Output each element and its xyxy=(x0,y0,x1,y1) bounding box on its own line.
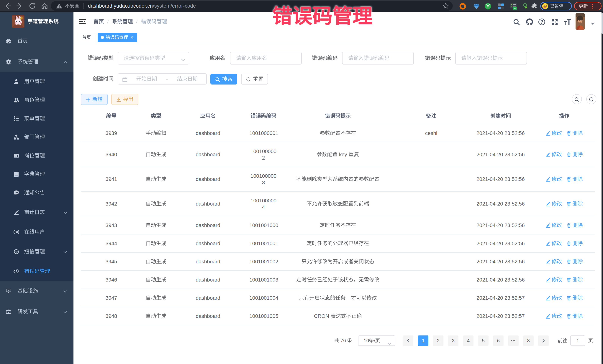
edit-link[interactable] xyxy=(546,222,562,229)
filter-input-error-code[interactable] xyxy=(342,52,414,65)
extension-list-icon[interactable]: on xyxy=(510,3,517,10)
delete-link[interactable] xyxy=(567,258,583,265)
extension-key-icon[interactable] xyxy=(521,3,529,10)
header-search-button[interactable] xyxy=(513,18,520,26)
sidebar-item-audit[interactable] xyxy=(0,202,73,223)
prev-page-button[interactable] xyxy=(403,335,413,346)
page-size-select[interactable]: 10/ xyxy=(358,335,395,346)
sidebar-item-tools[interactable] xyxy=(0,301,73,322)
sidebar-toggle-hamburger[interactable] xyxy=(79,18,86,25)
goto-page-input[interactable]: 1 xyxy=(570,335,585,346)
extension-gem-icon[interactable] xyxy=(473,3,480,10)
security-warning-icon[interactable] xyxy=(56,3,62,9)
home-button[interactable] xyxy=(40,1,49,10)
filter-select-error-code-type[interactable] xyxy=(118,52,189,65)
edit-link[interactable] xyxy=(546,276,562,283)
extension-ring-icon[interactable] xyxy=(459,3,466,10)
help-button[interactable] xyxy=(538,18,545,26)
bookmark-star-icon[interactable] xyxy=(442,3,449,9)
address-bar[interactable]: dashboard.yudao.iocoder.cn/system/error-… xyxy=(51,1,453,11)
edit-link[interactable] xyxy=(546,176,562,182)
paused-extension-badge[interactable] xyxy=(540,2,572,10)
tag-close-icon[interactable] xyxy=(130,35,134,39)
security-label[interactable] xyxy=(65,3,79,9)
cell-msg xyxy=(281,124,394,142)
sidebar-item-role[interactable] xyxy=(0,91,73,109)
extension-puzzle-icon[interactable] xyxy=(531,3,538,10)
sidebar-item-label xyxy=(17,59,38,65)
avatar[interactable] xyxy=(576,13,585,30)
tag-active[interactable] xyxy=(98,33,137,42)
sidebar-item-online[interactable] xyxy=(0,223,73,241)
page-button-5[interactable]: 5 xyxy=(478,335,488,346)
cell-id: 3945 xyxy=(81,253,142,271)
tag-item[interactable] xyxy=(79,33,94,42)
edit-link[interactable] xyxy=(546,313,562,319)
browser-scrollbar[interactable] xyxy=(602,12,603,364)
add-button[interactable] xyxy=(81,94,108,105)
font-size-button[interactable] xyxy=(564,18,571,26)
date-start-placeholder[interactable] xyxy=(128,76,165,82)
next-page-button[interactable] xyxy=(538,335,549,346)
export-button[interactable] xyxy=(111,94,139,105)
breadcrumb-item[interactable] xyxy=(112,19,133,25)
toggle-search-button[interactable] xyxy=(572,94,582,104)
page-button-6[interactable]: 6 xyxy=(493,335,504,346)
scrollbar-thumb[interactable] xyxy=(602,13,603,34)
forward-button[interactable] xyxy=(15,1,24,10)
avatar-caret-icon[interactable] xyxy=(590,20,595,26)
edit-link[interactable] xyxy=(546,258,562,265)
filter-date-range[interactable]: - xyxy=(118,73,207,85)
edit-link[interactable] xyxy=(546,240,562,247)
delete-link[interactable] xyxy=(567,295,583,301)
edit-link[interactable] xyxy=(546,130,562,136)
refresh-table-button[interactable] xyxy=(586,94,596,104)
sidebar-item-dict[interactable] xyxy=(0,165,73,184)
delete-link[interactable] xyxy=(567,240,583,247)
date-end-placeholder[interactable] xyxy=(169,76,206,82)
delete-link[interactable] xyxy=(567,276,583,283)
delete-link[interactable] xyxy=(567,200,583,207)
page-button-8[interactable]: 8 xyxy=(523,335,533,346)
browser-menu-dots-icon[interactable] xyxy=(591,3,594,9)
github-link[interactable] xyxy=(526,18,533,26)
sidebar-item-errcode[interactable] xyxy=(0,262,73,281)
extension-squares-icon[interactable] xyxy=(497,3,505,10)
sidebar-item-home[interactable] xyxy=(0,31,73,52)
search-button-label xyxy=(222,76,232,82)
edit-link[interactable] xyxy=(546,151,562,158)
page-button-1[interactable]: 1 xyxy=(418,335,429,346)
sidebar-item-menu[interactable] xyxy=(0,109,73,128)
back-button[interactable] xyxy=(3,1,12,10)
reload-button[interactable] xyxy=(28,1,37,10)
delete-link[interactable] xyxy=(567,151,583,158)
reset-button[interactable] xyxy=(241,74,268,85)
sidebar-item-dept[interactable] xyxy=(0,128,73,146)
filter-input-error-hint[interactable] xyxy=(455,52,527,65)
sidebar-item-sms[interactable] xyxy=(0,241,73,262)
sidebar-logo[interactable] xyxy=(0,12,73,31)
page-button-3[interactable]: 3 xyxy=(448,335,458,346)
sidebar-item-system[interactable] xyxy=(0,52,73,72)
page-button-4[interactable]: 4 xyxy=(463,335,474,346)
search-button[interactable] xyxy=(210,74,237,85)
delete-link[interactable] xyxy=(567,176,583,182)
page-ellipsis[interactable]: ••• xyxy=(508,335,519,346)
filter-input-app-name[interactable] xyxy=(230,52,302,65)
delete-link[interactable] xyxy=(567,222,583,229)
sidebar-item-user[interactable] xyxy=(0,72,73,91)
delete-link[interactable] xyxy=(567,313,583,319)
sidebar-item-notice[interactable] xyxy=(0,184,73,202)
extension-green-icon[interactable] xyxy=(484,3,492,10)
fullscreen-button[interactable] xyxy=(551,18,558,26)
sidebar-item-label xyxy=(24,171,45,177)
breadcrumb-item[interactable] xyxy=(93,19,104,25)
cell-app: dashboard xyxy=(170,191,246,216)
browser-update-button[interactable] xyxy=(574,2,602,10)
delete-link[interactable] xyxy=(567,130,583,136)
edit-link[interactable] xyxy=(546,200,562,207)
sidebar-item-post[interactable] xyxy=(0,146,73,165)
edit-link[interactable] xyxy=(546,295,562,301)
page-button-2[interactable]: 2 xyxy=(433,335,443,346)
sidebar-item-infra[interactable] xyxy=(0,281,73,301)
